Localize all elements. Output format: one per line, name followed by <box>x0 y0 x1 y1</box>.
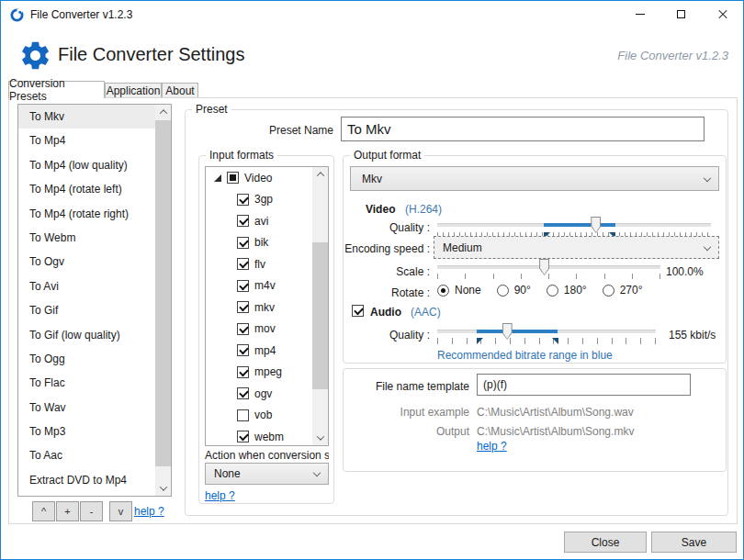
format-checkbox[interactable] <box>237 431 249 442</box>
scroll-up-button[interactable] <box>312 167 328 182</box>
scrollbar-thumb[interactable] <box>155 120 171 466</box>
format-checkbox[interactable] <box>237 344 249 356</box>
preset-list-item[interactable]: To Wav <box>18 396 157 420</box>
preset-list-item[interactable]: To Aac <box>18 443 157 467</box>
close-button[interactable] <box>702 1 743 28</box>
output-format-value: Mkv <box>351 173 382 185</box>
preset-help-link[interactable]: help ? <box>134 505 164 518</box>
slider-fill <box>477 330 558 333</box>
format-checkbox[interactable] <box>237 194 249 206</box>
scrollbar-thumb[interactable] <box>312 242 328 389</box>
encoding-speed-dropdown[interactable]: Medium <box>434 236 719 259</box>
radio-icon[interactable] <box>547 285 558 297</box>
preset-list-item[interactable]: To Mp4 (rotate right) <box>18 202 157 226</box>
page-title: File Converter Settings <box>58 44 244 65</box>
format-label: 3gp <box>254 193 273 206</box>
preset-name-input[interactable] <box>341 117 705 141</box>
output-example-label: Output <box>313 425 469 438</box>
format-row: webm <box>206 426 328 446</box>
format-list-scrollbar[interactable] <box>312 167 328 445</box>
format-row: 3gp <box>206 189 328 211</box>
save-button[interactable]: Save <box>651 532 737 553</box>
preset-list-item[interactable]: To Mkv <box>18 105 157 129</box>
format-label: ogv <box>254 387 272 400</box>
format-checkbox[interactable] <box>237 301 249 313</box>
format-checkbox[interactable] <box>237 280 249 292</box>
tab-label: About <box>165 84 194 97</box>
format-checkbox[interactable] <box>237 323 249 335</box>
preset-list-scrollbar[interactable] <box>155 105 171 496</box>
preset-list-item[interactable]: To Mp4 <box>18 129 157 152</box>
video-section-title: Video <box>366 203 395 216</box>
tab-conversion-presets[interactable]: Conversion Presets <box>8 81 105 98</box>
maximize-button[interactable] <box>660 1 702 28</box>
slider-thumb[interactable] <box>591 217 601 233</box>
format-label: avi <box>254 215 268 228</box>
rotate-option-180deg[interactable]: 180° <box>547 284 587 297</box>
preset-list-item[interactable]: To Mp3 <box>18 420 157 443</box>
file-name-template-input[interactable] <box>477 374 691 396</box>
output-format-dropdown[interactable]: Mkv <box>350 166 719 191</box>
input-example-value: C:\Music\Artist\Album\Song.wav <box>477 406 634 419</box>
remove-preset-button[interactable]: - <box>80 501 103 521</box>
preset-list-item[interactable]: To Mp4 (low quality) <box>18 153 157 177</box>
preset-list-item[interactable]: To Gif <box>18 298 157 322</box>
tab-about[interactable]: About <box>162 83 198 98</box>
format-label: m4v <box>254 279 276 292</box>
format-checkbox[interactable] <box>237 366 249 378</box>
chevron-down-icon <box>313 469 321 476</box>
format-label: flv <box>254 258 265 271</box>
radio-icon[interactable] <box>497 285 509 297</box>
preset-list-item[interactable]: To Ogv <box>18 250 157 274</box>
format-checkbox[interactable] <box>237 409 249 421</box>
tab-label: Application <box>107 84 161 97</box>
preset-group-label: Preset <box>192 103 231 116</box>
preset-list-item[interactable]: To Ogg <box>18 347 157 371</box>
titlebar: File Converter v1.2.3 <box>1 1 743 28</box>
preset-list-item[interactable]: To Webm <box>18 226 157 250</box>
format-checkbox[interactable] <box>237 258 249 270</box>
close-button-footer[interactable]: Close <box>564 532 647 553</box>
rotate-option-270deg[interactable]: 270° <box>603 284 643 297</box>
format-row: mpeg <box>206 362 328 384</box>
radio-icon[interactable] <box>437 285 449 297</box>
format-checkbox[interactable] <box>237 387 249 399</box>
format-label: mkv <box>254 301 275 314</box>
expander-icon[interactable] <box>214 174 221 182</box>
audio-enable-checkbox[interactable] <box>352 305 364 317</box>
action-dropdown[interactable]: None <box>205 463 329 485</box>
scroll-down-button[interactable] <box>155 481 171 496</box>
tab-application[interactable]: Application <box>105 83 162 98</box>
add-preset-button[interactable]: + <box>56 501 79 521</box>
preset-listbox: To MkvTo Mp4To Mp4 (low quality)To Mp4 (… <box>17 104 172 497</box>
input-formats-help-link[interactable]: help ? <box>205 489 235 502</box>
tick-marks <box>437 274 662 279</box>
preset-list-item[interactable]: To Gif (low quality) <box>18 323 157 347</box>
scale-label: Scale : <box>304 265 430 278</box>
video-quality-slider[interactable] <box>437 217 711 233</box>
preset-list-item[interactable]: To Mp4 (rotate left) <box>18 177 157 201</box>
format-label: mpeg <box>254 365 282 378</box>
chevron-up-icon <box>159 109 166 117</box>
file-naming-help-link[interactable]: help ? <box>477 440 507 453</box>
audio-quality-value: 155 kbit/s <box>669 329 716 342</box>
move-down-button[interactable]: v <box>109 501 132 521</box>
format-checkbox[interactable] <box>237 215 249 227</box>
radio-icon[interactable] <box>603 285 614 297</box>
window-title: File Converter v1.2.3 <box>30 8 132 21</box>
scroll-up-button[interactable] <box>155 105 171 119</box>
encoding-speed-value: Medium <box>434 241 482 254</box>
preset-list-item[interactable]: Extract DVD to Mp4 <box>18 468 157 492</box>
preset-list-item[interactable]: To Avi <box>18 274 157 298</box>
chevron-down-icon <box>159 483 166 490</box>
format-checkbox[interactable] <box>237 237 249 249</box>
format-root-checkbox[interactable] <box>227 172 239 184</box>
rotate-option-90deg[interactable]: 90° <box>497 284 531 297</box>
preset-list-item[interactable]: To Flac <box>18 371 157 395</box>
move-up-button[interactable]: ^ <box>32 501 55 521</box>
video-quality-label: Quality : <box>304 221 430 234</box>
format-label: mp4 <box>254 344 276 357</box>
minimize-button[interactable] <box>619 1 660 28</box>
rotate-option-none[interactable]: None <box>437 284 481 297</box>
scale-value: 100.0% <box>666 265 704 278</box>
